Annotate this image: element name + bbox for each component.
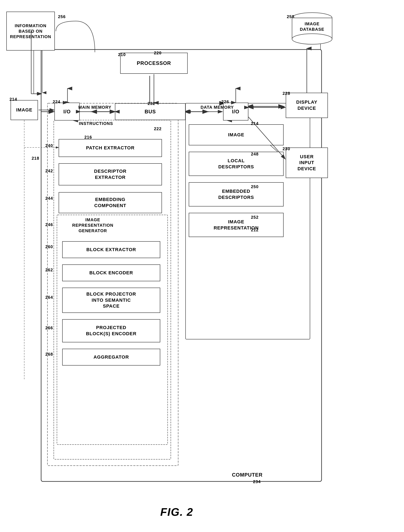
patch-extractor-box: PATCH EXTRACTOR xyxy=(59,139,162,157)
ref-240: 240 xyxy=(45,143,53,148)
dm-image-box: IMAGE xyxy=(189,124,284,145)
ref-256: 256 xyxy=(58,14,65,19)
image-database-label: IMAGE DATABASE xyxy=(291,21,333,32)
ref-258: 258 xyxy=(287,14,294,19)
ref-226: 226 xyxy=(222,99,229,104)
ref-224: 224 xyxy=(53,99,60,104)
processor-box: PROCESSOR xyxy=(120,53,188,74)
data-memory-label: DATA MEMORY xyxy=(188,105,247,110)
ref-260: 260 xyxy=(45,244,53,249)
image-database-cylinder: IMAGE DATABASE xyxy=(291,12,333,47)
ref-214-left: 214 xyxy=(9,97,17,102)
ref-262: 262 xyxy=(45,268,53,272)
ref-266: 266 xyxy=(45,325,53,330)
ref-214-right: 214 xyxy=(251,121,259,126)
local-descriptors-box: LOCAL DESCRIPTORS xyxy=(189,152,284,176)
svg-point-29 xyxy=(292,34,332,44)
user-input-device-box: USER INPUT DEVICE xyxy=(286,147,328,178)
aggregator-box: AGGREGATOR xyxy=(62,349,160,366)
block-extractor-box: BLOCK EXTRACTOR xyxy=(62,241,160,258)
ref-242: 242 xyxy=(45,169,53,173)
ref-230: 230 xyxy=(283,146,290,151)
image-representation-box: IMAGE REPRESENTATION xyxy=(189,213,284,237)
connections-svg xyxy=(0,0,404,532)
image-input-box: IMAGE xyxy=(11,100,38,120)
embedding-component-box: EMBEDDING COMPONENT xyxy=(59,192,162,213)
computer-label: COMPUTER xyxy=(232,472,262,478)
svg-rect-10 xyxy=(47,103,178,466)
arrows-svg xyxy=(0,0,404,532)
instructions-label: INSTRUCTIONS xyxy=(67,121,124,126)
info-representation-box: INFORMATION BASED ON REPRESENTATION xyxy=(6,12,55,51)
descriptor-extractor-box: DESCRIPTOR EXTRACTOR xyxy=(59,163,162,185)
image-rep-generator-label: IMAGE REPRESENTATION GENERATOR xyxy=(61,217,124,234)
ref-244: 244 xyxy=(45,196,53,201)
diagram: INFORMATION BASED ON REPRESENTATION 256 … xyxy=(0,0,404,532)
ref-246: 246 xyxy=(45,222,53,227)
embedded-descriptors-box: EMBEDDED DESCRIPTORS xyxy=(189,182,284,207)
ref-264: 264 xyxy=(45,295,53,300)
ref-210: 210 xyxy=(118,52,126,57)
main-memory-label: MAIN MEMORY xyxy=(65,105,124,110)
ref-248: 248 xyxy=(251,152,259,157)
figure-label: FIG. 2 xyxy=(160,506,193,518)
ref-220: 220 xyxy=(154,51,162,55)
projected-encoder-box: PROJECTED BLOCK(S) ENCODER xyxy=(62,319,160,342)
display-device-box: DISPLAY DEVICE xyxy=(286,93,328,118)
ref-234: 234 xyxy=(253,479,261,484)
ref-268: 268 xyxy=(45,352,53,357)
ref-228: 228 xyxy=(283,91,290,96)
ref-218: 218 xyxy=(32,156,39,161)
info-representation-label: INFORMATION BASED ON REPRESENTATION xyxy=(10,23,51,39)
block-projector-box: BLOCK PROJECTOR INTO SEMANTIC SPACE xyxy=(62,288,160,313)
ref-222: 222 xyxy=(154,127,162,131)
block-encoder-box: BLOCK ENCODER xyxy=(62,264,160,281)
ref-232: 232 xyxy=(148,101,155,106)
ref-212: 212 xyxy=(251,228,259,232)
ref-252: 252 xyxy=(251,215,259,220)
ref-250: 250 xyxy=(251,184,259,189)
